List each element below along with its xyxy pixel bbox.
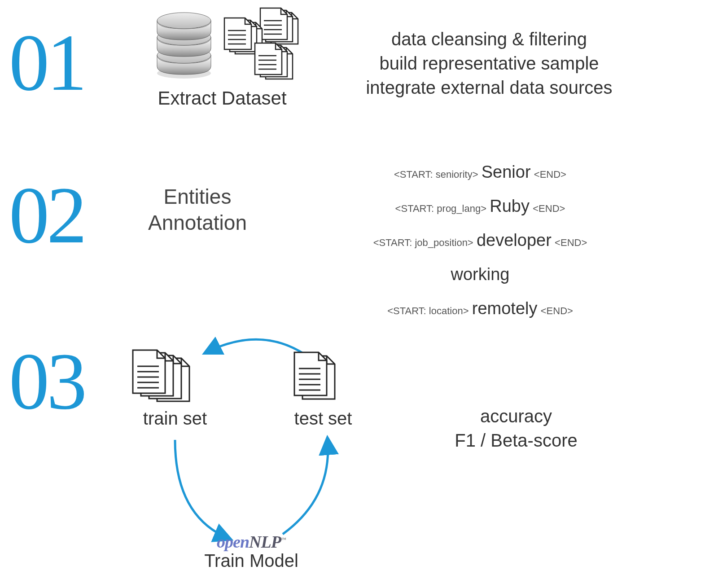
- step-number-01: 01: [9, 22, 84, 103]
- step1-title-light: Extract: [158, 88, 221, 109]
- train-test-cycle: train set test set openNLP™ Train Model: [117, 328, 368, 579]
- step1-desc-line3: integrate external data sources: [332, 75, 646, 100]
- svg-point-3: [157, 13, 211, 29]
- annotation-examples: <START: seniority> Senior <END> <START: …: [323, 155, 637, 325]
- documents-stack-icon: [220, 8, 310, 86]
- opennlp-block: openNLP™ Train Model: [193, 532, 310, 571]
- step2-title-line2b: nnotation: [162, 211, 247, 234]
- step1-description: data cleansing & filtering build represe…: [332, 27, 646, 100]
- test-set-icon: [292, 352, 350, 412]
- step2-title-line1: Entities: [130, 184, 265, 210]
- annotation-line-jobposition: <START: job_position> developer <END>: [323, 223, 637, 257]
- train-set-icon: [130, 350, 206, 415]
- train-model-label: Train Model: [193, 551, 310, 571]
- annotation-line-proglang: <START: prog_lang> Ruby <END>: [323, 189, 637, 223]
- test-set-label: test set: [278, 408, 368, 429]
- step-number-03: 03: [9, 341, 84, 422]
- annotation-line-working: working: [323, 257, 637, 291]
- train-set-label: train set: [130, 408, 220, 429]
- metric-f1: F1 / Beta-score: [404, 428, 628, 452]
- step1-desc-line2: build representative sample: [332, 51, 646, 75]
- metric-accuracy: accuracy: [404, 404, 628, 428]
- step3-metrics: accuracy F1 / Beta-score: [404, 404, 628, 452]
- step2-title-line2a: A: [148, 211, 162, 234]
- annotation-line-seniority: <START: seniority> Senior <END>: [323, 155, 637, 189]
- annotation-line-location: <START: location> remotely <END>: [323, 291, 637, 325]
- step-number-02: 02: [9, 175, 84, 256]
- step2-title: Entities Annotation: [130, 184, 265, 236]
- step1-desc-line1: data cleansing & filtering: [332, 27, 646, 51]
- opennlp-logo: openNLP™: [193, 532, 310, 552]
- step1-title-reg: Dataset: [222, 88, 287, 109]
- database-icon: [153, 13, 215, 82]
- step1-title: Extract Dataset: [135, 88, 310, 109]
